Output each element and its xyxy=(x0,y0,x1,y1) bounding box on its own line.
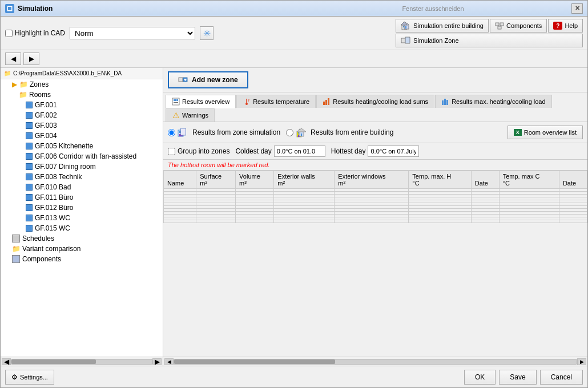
sim-building-label: Simulation entire building xyxy=(413,22,484,29)
results-table-area[interactable]: Name Surfacem² Volumem³ Exterior wallsm²… xyxy=(163,171,587,357)
room-icon xyxy=(26,163,33,170)
tabs-bar: Results overview Results temperature Res… xyxy=(163,92,587,122)
list-item[interactable]: GF.004 xyxy=(1,131,163,141)
group-into-zones-label: Group into zones xyxy=(178,147,229,155)
tab-results-heating-cooling-sums[interactable]: Results heating/cooling load sums xyxy=(316,95,434,108)
radio-zone-label: Results from zone simulation xyxy=(192,128,280,136)
col-temp-max-c: Temp. max C°C xyxy=(499,171,559,189)
excel-icon: X xyxy=(514,129,522,136)
col-exterior-walls: Exterior wallsm² xyxy=(274,171,335,189)
hottest-day-input[interactable] xyxy=(368,146,419,157)
right-toolbar-row-2: Simulation Zone xyxy=(396,34,583,47)
sidebar-path: 📁 C:\ProgramData\ESS\AX3000.b_EN\K_DA xyxy=(1,68,163,79)
content-area: Add new zone Results overview Results te… xyxy=(163,68,587,366)
list-item[interactable]: GF.010 Bad xyxy=(1,182,163,192)
coldest-day-field: Coldest day xyxy=(235,146,325,157)
tab-warnings[interactable]: ⚠ Warnings xyxy=(166,108,215,122)
svg-rect-9 xyxy=(500,23,504,26)
coldest-day-input[interactable] xyxy=(274,146,325,157)
sidebar-item-rooms[interactable]: 📁 Rooms xyxy=(1,90,163,100)
col-exterior-windows: Exterior windowsm² xyxy=(335,171,409,189)
tab-results-temperature[interactable]: Results temperature xyxy=(236,95,316,108)
svg-rect-1 xyxy=(8,7,11,10)
radio-zone-input[interactable] xyxy=(168,129,175,136)
tab-results-temperature-label: Results temperature xyxy=(253,98,309,105)
scroll-right-content-btn[interactable]: ▶ xyxy=(577,358,586,365)
list-item[interactable]: GF.007 Dining room xyxy=(1,161,163,172)
list-item[interactable]: GF.002 xyxy=(1,110,163,120)
bottom-scrollbar-track[interactable] xyxy=(174,359,577,365)
content-horizontal-scrollbar[interactable]: ◀ ▶ xyxy=(163,357,587,366)
list-item[interactable]: GF.015 WC xyxy=(1,223,163,233)
highlight-cad-input[interactable] xyxy=(5,30,13,37)
settings-icon: ⚙ xyxy=(11,373,18,381)
zones-folder-icon: 📁 xyxy=(19,80,28,88)
group-into-zones-checkbox[interactable]: Group into zones xyxy=(168,147,229,155)
room-overview-button[interactable]: X Room overview list xyxy=(508,126,583,139)
sidebar-tree[interactable]: ▶ 📁 Zones 📁 Rooms GF.001 xyxy=(1,79,163,357)
list-item[interactable]: GF.011 Büro xyxy=(1,192,163,203)
sidebar-item-zones[interactable]: ▶ 📁 Zones xyxy=(1,79,163,90)
schedules-icon xyxy=(12,235,20,242)
add-zone-button[interactable]: Add new zone xyxy=(168,71,248,88)
sim-zone-icon xyxy=(401,37,411,45)
norm-dropdown[interactable]: Norm xyxy=(70,27,195,39)
hottest-note-text: The hottest room will be marked red. xyxy=(168,161,270,168)
list-item[interactable]: GF.012 Büro xyxy=(1,203,163,213)
variant-folder-icon: 📁 xyxy=(12,245,21,253)
ok-button[interactable]: OK xyxy=(464,370,496,385)
list-item[interactable]: GF.003 xyxy=(1,120,163,131)
add-zone-icon xyxy=(178,75,188,84)
room-label: GF.001 xyxy=(35,101,57,109)
scroll-right-btn[interactable]: ▶ xyxy=(152,358,162,365)
components-button[interactable]: Components xyxy=(490,19,547,33)
help-button[interactable]: ? Help xyxy=(548,19,583,33)
tab-results-overview[interactable]: Results overview xyxy=(166,95,236,108)
col-volume: Volumem³ xyxy=(236,171,274,189)
group-into-zones-input[interactable] xyxy=(168,148,175,155)
list-item[interactable]: GF.006 Corridor with fan-assisted xyxy=(1,151,163,161)
room-icon xyxy=(26,194,33,201)
tab-results-max-heating-cooling[interactable]: Results max. heating/cooling load xyxy=(435,95,551,108)
sidebar-horizontal-scrollbar[interactable]: ◀ ▶ xyxy=(1,357,163,366)
forward-button[interactable]: ▶ xyxy=(23,52,39,65)
sidebar-item-schedules[interactable]: Schedules xyxy=(1,233,163,244)
col-temp-max-h: Temp. max. H°C xyxy=(409,171,471,189)
room-icon xyxy=(26,173,33,180)
radio-building-input[interactable] xyxy=(286,129,293,136)
room-icon xyxy=(26,132,33,139)
sidebar-item-components[interactable]: Components xyxy=(1,254,163,264)
save-button[interactable]: Save xyxy=(499,370,536,385)
list-item[interactable]: GF.013 WC xyxy=(1,213,163,223)
radio-zone-option[interactable]: Results from zone simulation xyxy=(168,127,280,138)
close-button[interactable]: ✕ xyxy=(571,3,583,14)
sidebar-item-zones-label: Zones xyxy=(30,80,49,88)
svg-rect-6 xyxy=(405,26,406,29)
cancel-button[interactable]: Cancel xyxy=(540,370,583,385)
sim-building-button[interactable]: Simulation entire building xyxy=(396,19,489,33)
results-overview-icon xyxy=(172,98,180,106)
radio-building-option[interactable]: Results from entire building xyxy=(286,127,393,138)
sidebar-item-variant[interactable]: 📁 Variant comparison xyxy=(1,244,163,254)
sim-zone-button[interactable]: Simulation Zone xyxy=(396,34,583,47)
action-buttons: OK Save Cancel xyxy=(464,370,583,385)
settings-button[interactable]: ⚙ Settings... xyxy=(5,370,54,385)
warnings-icon: ⚠ xyxy=(172,111,180,119)
room-icon xyxy=(26,143,33,149)
list-item[interactable]: GF.008 Technik xyxy=(1,172,163,182)
room-icon xyxy=(26,204,33,211)
svg-rect-19 xyxy=(176,99,178,101)
scroll-left-btn[interactable]: ◀ xyxy=(2,358,11,365)
list-item[interactable]: GF.005 Kitchenette xyxy=(1,141,163,151)
col-date-1: Date xyxy=(471,171,499,189)
room-label: GF.011 Büro xyxy=(35,193,73,201)
list-item[interactable]: GF.001 xyxy=(1,100,163,110)
back-button[interactable]: ◀ xyxy=(5,52,21,65)
results-table: Name Surfacem² Volumem³ Exterior wallsm²… xyxy=(163,171,587,223)
scrollbar-track[interactable] xyxy=(11,359,152,365)
asterisk-button[interactable]: ✳ xyxy=(200,26,214,40)
highlight-cad-checkbox[interactable]: Highlight in CAD xyxy=(5,29,65,37)
svg-marker-34 xyxy=(181,128,186,135)
room-label: GF.015 WC xyxy=(35,224,70,232)
scroll-left-content-btn[interactable]: ◀ xyxy=(164,358,174,365)
